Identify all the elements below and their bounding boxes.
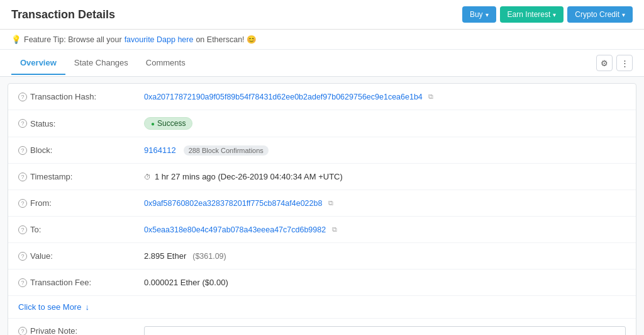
top-bar: Transaction Details Buy ▾ Earn Interest …: [0, 0, 644, 30]
block-label: ? Block:: [18, 145, 144, 155]
from-copy-icon[interactable]: ⧉: [326, 198, 335, 208]
fee-value: 0.000021 Ether ($0.00): [144, 278, 626, 287]
status-dot: ●: [151, 120, 155, 127]
confirmation-badge: 288 Block Confirmations: [184, 145, 269, 156]
buy-caret: ▾: [486, 11, 489, 18]
private-note-label: ? Private Note:: [18, 326, 144, 335]
tx-hash-value: 0xa20717872190a9f05f89b54f78431d62ee0b2a…: [144, 92, 626, 101]
tabs-bar: Overview State Changes Comments ⚙ ⋮: [0, 50, 644, 77]
to-label: ? To:: [18, 225, 144, 234]
value-label-text: Value:: [30, 251, 53, 261]
ellipsis-icon: ⋮: [621, 59, 629, 68]
gear-button[interactable]: ⚙: [596, 55, 613, 71]
fee-label-text: Transaction Fee:: [30, 278, 91, 287]
block-row: ? Block: 9164112 288 Block Confirmations: [8, 137, 636, 164]
tx-hash-label: ? Transaction Hash:: [18, 92, 144, 101]
timestamp-value: ⏱ 1 hr 27 mins ago (Dec-26-2019 04:40:34…: [144, 172, 626, 181]
status-text: Success: [157, 119, 186, 128]
private-note-help-icon[interactable]: ?: [18, 327, 27, 336]
from-row: ? From: 0x9af58760802ea328378201ff775cb8…: [8, 190, 636, 217]
private-note-label-text: Private Note:: [30, 326, 77, 335]
value-row: ? Value: 2.895 Ether ($361.09): [8, 243, 636, 270]
to-label-text: To:: [30, 225, 41, 234]
tx-hash-help-icon[interactable]: ?: [18, 93, 27, 101]
from-label-text: From:: [30, 198, 52, 208]
dapp-link[interactable]: favourite Dapp here: [125, 35, 194, 44]
timestamp-help-icon[interactable]: ?: [18, 173, 27, 181]
value-label: ? Value:: [18, 251, 144, 261]
fee-text: 0.000021 Ether ($0.00): [144, 278, 228, 287]
private-note-input-wrap: Tip: A private note (up to 100 character…: [144, 326, 626, 335]
tabs: Overview State Changes Comments: [11, 52, 194, 75]
feature-tip-suffix: on Etherscan! 😊: [196, 35, 257, 44]
timestamp-text: 1 hr 27 mins ago (Dec-26-2019 04:40:34 A…: [155, 172, 343, 181]
fee-row: ? Transaction Fee: 0.000021 Ether ($0.00…: [8, 270, 636, 296]
status-label: ? Status:: [18, 119, 144, 128]
lightbulb-icon: 💡: [11, 35, 21, 44]
timestamp-label-text: Timestamp:: [30, 172, 72, 181]
tab-comments[interactable]: Comments: [137, 52, 194, 75]
click-more[interactable]: Click to see More ↓: [8, 296, 636, 319]
clock-icon: ⏱: [144, 173, 151, 181]
timestamp-row: ? Timestamp: ⏱ 1 hr 27 mins ago (Dec-26-…: [8, 164, 636, 190]
block-help-icon[interactable]: ?: [18, 146, 27, 155]
from-label: ? From:: [18, 198, 144, 208]
from-value: 0x9af58760802ea328378201ff775cb874af4e02…: [144, 198, 626, 208]
tx-hash-row: ? Transaction Hash: 0xa20717872190a9f05f…: [8, 84, 636, 110]
block-value: 9164112 288 Block Confirmations: [144, 145, 626, 156]
fee-label: ? Transaction Fee:: [18, 278, 144, 287]
status-row: ? Status: ● Success: [8, 110, 636, 137]
tx-hash-copy-icon[interactable]: ⧉: [426, 92, 436, 101]
feature-tip: 💡 Feature Tip: Browse all your favourite…: [0, 30, 644, 50]
status-help-icon[interactable]: ?: [18, 119, 27, 128]
status-value: ● Success: [144, 117, 626, 130]
private-note-row: ? Private Note: Tip: A private note (up …: [18, 326, 626, 335]
buy-label: Buy: [470, 10, 483, 19]
status-badge: ● Success: [144, 117, 192, 130]
tx-hash-label-text: Transaction Hash:: [30, 92, 96, 101]
earn-caret: ▾: [553, 11, 556, 18]
crypto-caret: ▾: [622, 11, 625, 18]
ellipsis-button[interactable]: ⋮: [616, 55, 633, 71]
to-address-link[interactable]: 0x5eaa318e80e4c497ab078a43eeea47c7cd6b99…: [144, 225, 326, 234]
value-ether: 2.895 Ether: [144, 251, 186, 261]
from-help-icon[interactable]: ?: [18, 199, 27, 208]
block-label-text: Block:: [30, 145, 52, 155]
to-row: ? To: 0x5eaa318e80e4c497ab078a43eeea47c7…: [8, 217, 636, 243]
click-more-text: Click to see More: [18, 302, 81, 312]
tx-hash-link[interactable]: 0xa20717872190a9f05f89b54f78431d62ee0b2a…: [144, 93, 423, 101]
to-help-icon[interactable]: ?: [18, 225, 27, 234]
block-number-link[interactable]: 9164112: [144, 145, 176, 155]
timestamp-label: ? Timestamp:: [18, 172, 144, 181]
page-title: Transaction Details: [11, 8, 115, 21]
crypto-label: Crypto Credit: [575, 10, 619, 19]
status-label-text: Status:: [30, 119, 55, 128]
value-value: 2.895 Ether ($361.09): [144, 251, 626, 261]
earn-interest-button[interactable]: Earn Interest ▾: [500, 6, 564, 23]
tab-overview[interactable]: Overview: [11, 52, 65, 75]
buy-button[interactable]: Buy ▾: [462, 6, 496, 23]
arrow-down-icon: ↓: [85, 302, 89, 312]
private-note-section: ? Private Note: Tip: A private note (up …: [8, 319, 636, 335]
earn-label: Earn Interest: [508, 10, 551, 19]
private-note-textarea[interactable]: [144, 326, 626, 335]
crypto-credit-button[interactable]: Crypto Credit ▾: [567, 6, 633, 23]
tab-icons: ⚙ ⋮: [596, 50, 633, 76]
from-address-link[interactable]: 0x9af58760802ea328378201ff775cb874af4e02…: [144, 199, 322, 208]
value-help-icon[interactable]: ?: [18, 252, 27, 261]
top-buttons: Buy ▾ Earn Interest ▾ Crypto Credit ▾: [462, 6, 633, 23]
tab-state-changes[interactable]: State Changes: [65, 52, 137, 75]
gear-icon: ⚙: [601, 59, 608, 68]
to-copy-icon[interactable]: ⧉: [330, 225, 339, 234]
value-usd: ($361.09): [192, 252, 226, 261]
fee-help-icon[interactable]: ?: [18, 278, 27, 287]
to-value: 0x5eaa318e80e4c497ab078a43eeea47c7cd6b99…: [144, 225, 626, 234]
feature-tip-prefix: Feature Tip: Browse all your: [24, 35, 122, 44]
main-content: ? Transaction Hash: 0xa20717872190a9f05f…: [8, 83, 636, 335]
